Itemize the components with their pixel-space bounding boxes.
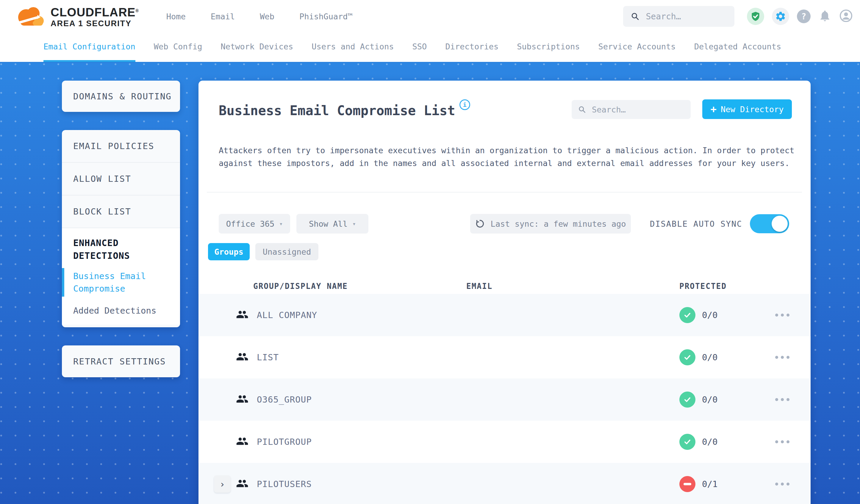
table-row[interactable]: › O365_GROUP 0/0	[199, 378, 811, 421]
table-row[interactable]: › PILOTUSERS 0/1	[199, 463, 811, 504]
section-tab-bar: Email ConfigurationWeb ConfigNetwork Dev…	[0, 33, 860, 62]
tab-unassigned[interactable]: Unassigned	[255, 243, 318, 260]
table-row[interactable]: › ALL COMPANY 0/0	[199, 294, 811, 336]
protected-count: 0/1	[702, 479, 717, 489]
column-header-group: GROUP/DISPLAY NAME	[253, 282, 348, 291]
group-icon	[236, 477, 248, 490]
question-icon: ?	[801, 12, 806, 21]
directory-select[interactable]: Office 365▾	[219, 214, 290, 233]
sidebar-label: ALLOW LIST	[73, 174, 131, 184]
sidebar-item-enhanced-detections[interactable]: ENHANCED DETECTIONS	[62, 236, 162, 262]
new-directory-button[interactable]: + New Directory	[702, 99, 792, 119]
minus-icon	[684, 483, 691, 485]
refresh-icon	[475, 219, 485, 229]
tab-service-accounts[interactable]: Service Accounts	[599, 42, 676, 62]
global-search-input[interactable]	[645, 11, 727, 22]
table-row[interactable]: › LIST 0/0	[199, 336, 811, 378]
bell-icon	[818, 9, 831, 22]
brand-subtitle: AREA 1 SECURITY	[51, 19, 139, 28]
page-title: Business Email Compromise Listi	[219, 103, 470, 118]
header-right: ?	[623, 6, 853, 27]
table-row[interactable]: › PILOTGROUP 0/0	[199, 421, 811, 463]
sidebar-item-domains-routing[interactable]: DOMAINS & ROUTING	[62, 81, 180, 112]
account-button[interactable]	[839, 9, 853, 24]
protected-badge	[679, 434, 696, 450]
top-nav-link-home[interactable]: Home	[166, 12, 186, 21]
security-status-button[interactable]	[747, 8, 764, 25]
not-protected-badge	[679, 476, 696, 492]
sidebar-label: BLOCK LIST	[73, 206, 131, 217]
group-icon	[236, 308, 248, 321]
help-button[interactable]: ?	[797, 10, 811, 23]
group-icon	[236, 350, 248, 363]
account-icon	[839, 9, 853, 23]
check-icon	[683, 311, 692, 319]
tab-email-configuration[interactable]: Email Configuration	[43, 42, 135, 62]
gear-icon	[775, 11, 786, 22]
protected-badge	[679, 349, 696, 365]
tab-web-config[interactable]: Web Config	[154, 42, 202, 62]
settings-button[interactable]	[772, 8, 789, 25]
list-search[interactable]	[572, 100, 691, 119]
row-menu-button[interactable]	[772, 353, 792, 362]
app-header: CLOUDFLARE® AREA 1 SECURITY HomeEmailWeb…	[0, 0, 860, 33]
plus-icon: +	[711, 105, 717, 114]
sidebar-label: RETRACT SETTINGS	[73, 357, 166, 366]
page-description: Attackers often try to impersonate execu…	[219, 144, 796, 170]
row-menu-button[interactable]	[772, 437, 792, 446]
divider	[207, 192, 802, 192]
filter-row: Office 365▾ Show All▾ Last sync: a few m…	[199, 214, 811, 233]
group-name: O365_GROUP	[257, 394, 679, 405]
last-sync-button[interactable]: Last sync: a few minutes ago	[470, 214, 631, 233]
tab-directories[interactable]: Directories	[445, 42, 499, 62]
row-menu-button[interactable]	[772, 311, 792, 319]
sidebar-item-block-list[interactable]: BLOCK LIST	[62, 196, 180, 228]
auto-sync-label: DISABLE AUTO SYNC	[650, 214, 742, 233]
tab-delegated-accounts[interactable]: Delegated Accounts	[694, 42, 782, 62]
notifications-button[interactable]	[818, 9, 831, 24]
protected-count: 0/0	[702, 437, 717, 447]
global-search[interactable]	[623, 6, 734, 27]
top-nav-link-email[interactable]: Email	[211, 12, 235, 21]
sidebar-item-added-detections[interactable]: Added Detections	[62, 304, 180, 317]
show-filter-select[interactable]: Show All▾	[296, 214, 369, 233]
sidebar-item-business-email-compromise[interactable]: Business Email Compromise	[62, 270, 154, 295]
group-name: ALL COMPANY	[257, 310, 679, 320]
toggle-knob	[772, 216, 788, 232]
brand-name: CLOUDFLARE®	[51, 4, 139, 18]
protected-count: 0/0	[702, 310, 717, 320]
auto-sync-toggle[interactable]	[750, 214, 789, 233]
row-menu-button[interactable]	[772, 395, 792, 404]
check-icon	[683, 353, 692, 362]
sidebar-item-retract-settings[interactable]: RETRACT SETTINGS	[62, 345, 180, 377]
sidebar-label: DOMAINS & ROUTING	[73, 91, 172, 101]
tab-groups[interactable]: Groups	[208, 243, 250, 260]
row-menu-button[interactable]	[772, 480, 792, 489]
sidebar-enhanced-detections-section: ENHANCED DETECTIONS Business Email Compr…	[62, 228, 180, 325]
top-nav: HomeEmailWebPhishGuard™	[166, 12, 353, 21]
list-search-input[interactable]	[591, 105, 684, 115]
sidebar-item-allow-list[interactable]: ALLOW LIST	[62, 163, 180, 196]
chevron-down-icon: ▾	[352, 220, 356, 227]
tab-sso[interactable]: SSO	[413, 42, 427, 62]
search-icon	[578, 105, 586, 114]
sidebar-item-email-policies[interactable]: EMAIL POLICIES	[62, 130, 180, 163]
top-nav-link-web[interactable]: Web	[260, 12, 274, 21]
info-icon[interactable]: i	[459, 99, 470, 110]
check-icon	[683, 395, 692, 404]
shield-check-icon	[750, 11, 761, 22]
expand-row-button[interactable]: ›	[214, 475, 231, 493]
tab-users-and-actions[interactable]: Users and Actions	[312, 42, 394, 62]
sidebar-policies-card: EMAIL POLICIES ALLOW LIST BLOCK LIST ENH…	[62, 130, 180, 327]
brand-text: CLOUDFLARE® AREA 1 SECURITY	[51, 4, 139, 28]
protected-count: 0/0	[702, 394, 717, 405]
group-name: LIST	[257, 352, 679, 362]
check-icon	[683, 437, 692, 446]
tab-subscriptions[interactable]: Subscriptions	[517, 42, 580, 62]
tab-network-devices[interactable]: Network Devices	[220, 42, 293, 62]
group-name: PILOTGROUP	[257, 437, 679, 447]
table-body: › ALL COMPANY 0/0 ›	[199, 294, 811, 504]
top-nav-link-phishguard-[interactable]: PhishGuard™	[299, 12, 353, 21]
protected-count: 0/0	[702, 352, 717, 362]
cloudflare-logo[interactable]: CLOUDFLARE® AREA 1 SECURITY	[15, 3, 139, 29]
